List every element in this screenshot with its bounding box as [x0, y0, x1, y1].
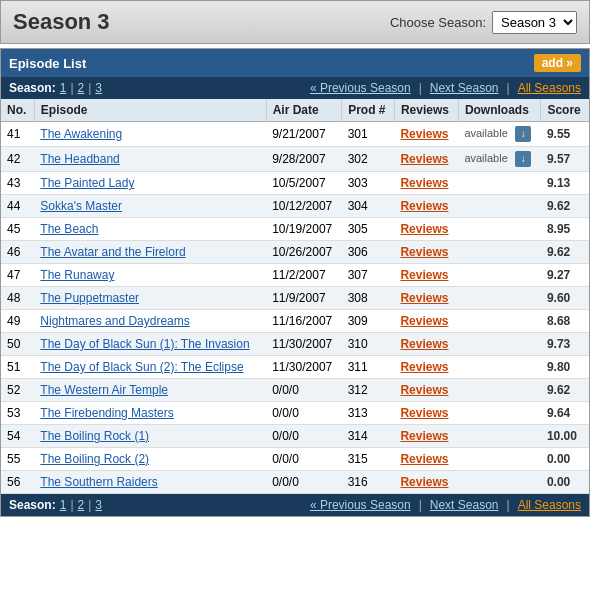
cell-reviews: Reviews: [394, 333, 458, 356]
season-link-3-top[interactable]: 3: [95, 81, 102, 95]
next-season-link-top[interactable]: Next Season: [430, 81, 499, 95]
episode-link[interactable]: The Avatar and the Firelord: [40, 245, 185, 259]
cell-score: 8.95: [541, 218, 589, 241]
cell-title: The Puppetmaster: [34, 287, 266, 310]
reviews-link[interactable]: Reviews: [400, 199, 448, 213]
table-row: 48 The Puppetmaster 11/9/2007 308 Review…: [1, 287, 589, 310]
cell-air-date: 11/30/2007: [266, 333, 342, 356]
episode-list-header: Episode List add »: [1, 49, 589, 77]
cell-prod: 314: [342, 425, 395, 448]
cell-downloads: [458, 241, 541, 264]
cell-air-date: 9/21/2007: [266, 122, 342, 147]
col-prod: Prod #: [342, 99, 395, 122]
reviews-link[interactable]: Reviews: [400, 360, 448, 374]
prev-season-link-bottom[interactable]: « Previous Season: [310, 498, 411, 512]
cell-downloads: [458, 356, 541, 379]
add-button[interactable]: add »: [534, 54, 581, 72]
cell-title: The Headband: [34, 147, 266, 172]
next-season-link-bottom[interactable]: Next Season: [430, 498, 499, 512]
reviews-link[interactable]: Reviews: [400, 475, 448, 489]
all-seasons-link-top[interactable]: All Seasons: [518, 81, 581, 95]
cell-score: 0.00: [541, 471, 589, 494]
cell-prod: 301: [342, 122, 395, 147]
cell-no: 48: [1, 287, 34, 310]
cell-title: The Day of Black Sun (1): The Invasion: [34, 333, 266, 356]
cell-title: The Firebending Masters: [34, 402, 266, 425]
episode-link[interactable]: The Day of Black Sun (1): The Invasion: [40, 337, 249, 351]
cell-no: 54: [1, 425, 34, 448]
cell-title: Nightmares and Daydreams: [34, 310, 266, 333]
cell-prod: 305: [342, 218, 395, 241]
reviews-link[interactable]: Reviews: [400, 152, 448, 166]
reviews-link[interactable]: Reviews: [400, 314, 448, 328]
cell-downloads: [458, 287, 541, 310]
season-link-2-bottom[interactable]: 2: [78, 498, 85, 512]
cell-no: 47: [1, 264, 34, 287]
reviews-link[interactable]: Reviews: [400, 452, 448, 466]
cell-air-date: 0/0/0: [266, 448, 342, 471]
table-row: 42 The Headband 9/28/2007 302 Reviews av…: [1, 147, 589, 172]
season-link-2-top[interactable]: 2: [78, 81, 85, 95]
reviews-link[interactable]: Reviews: [400, 245, 448, 259]
reviews-link[interactable]: Reviews: [400, 127, 448, 141]
episode-link[interactable]: The Awakening: [40, 127, 122, 141]
table-row: 43 The Painted Lady 10/5/2007 303 Review…: [1, 172, 589, 195]
table-row: 56 The Southern Raiders 0/0/0 316 Review…: [1, 471, 589, 494]
episode-link[interactable]: The Headband: [40, 152, 119, 166]
episode-link[interactable]: The Day of Black Sun (2): The Eclipse: [40, 360, 243, 374]
season-nav-right-bottom: « Previous Season | Next Season | All Se…: [310, 498, 581, 512]
episode-link[interactable]: The Runaway: [40, 268, 114, 282]
cell-no: 45: [1, 218, 34, 241]
cell-score: 8.68: [541, 310, 589, 333]
episode-list-container: Episode List add » Season: 1 | 2 | 3 « P…: [0, 48, 590, 517]
reviews-link[interactable]: Reviews: [400, 383, 448, 397]
download-icon[interactable]: ↓: [515, 126, 531, 142]
episode-link[interactable]: The Southern Raiders: [40, 475, 157, 489]
cell-score: 0.00: [541, 448, 589, 471]
table-row: 52 The Western Air Temple 0/0/0 312 Revi…: [1, 379, 589, 402]
reviews-link[interactable]: Reviews: [400, 176, 448, 190]
season-select[interactable]: Season 1 Season 2 Season 3 Season 4: [492, 11, 577, 34]
col-air-date: Air Date: [266, 99, 342, 122]
cell-downloads: [458, 310, 541, 333]
cell-downloads: [458, 218, 541, 241]
cell-score: 9.62: [541, 195, 589, 218]
episode-link[interactable]: The Boiling Rock (2): [40, 452, 149, 466]
season-nav-left-top: Season: 1 | 2 | 3: [9, 81, 102, 95]
episodes-table: No. Episode Air Date Prod # Reviews Down…: [1, 99, 589, 494]
table-row: 53 The Firebending Masters 0/0/0 313 Rev…: [1, 402, 589, 425]
episode-link[interactable]: Nightmares and Daydreams: [40, 314, 189, 328]
episode-link[interactable]: The Firebending Masters: [40, 406, 173, 420]
season-link-1-bottom[interactable]: 1: [60, 498, 67, 512]
reviews-link[interactable]: Reviews: [400, 406, 448, 420]
cell-no: 46: [1, 241, 34, 264]
download-icon[interactable]: ↓: [515, 151, 531, 167]
episode-link[interactable]: The Boiling Rock (1): [40, 429, 149, 443]
cell-reviews: Reviews: [394, 425, 458, 448]
cell-downloads: [458, 333, 541, 356]
episode-link[interactable]: Sokka's Master: [40, 199, 122, 213]
table-row: 55 The Boiling Rock (2) 0/0/0 315 Review…: [1, 448, 589, 471]
cell-no: 51: [1, 356, 34, 379]
cell-air-date: 0/0/0: [266, 471, 342, 494]
episode-link[interactable]: The Puppetmaster: [40, 291, 139, 305]
reviews-link[interactable]: Reviews: [400, 268, 448, 282]
table-row: 51 The Day of Black Sun (2): The Eclipse…: [1, 356, 589, 379]
season-link-1-top[interactable]: 1: [60, 81, 67, 95]
season-nav-top: Season: 1 | 2 | 3 « Previous Season | Ne…: [1, 77, 589, 99]
episode-link[interactable]: The Painted Lady: [40, 176, 134, 190]
cell-prod: 304: [342, 195, 395, 218]
season-link-3-bottom[interactable]: 3: [95, 498, 102, 512]
page-header: Season 3 Choose Season: Season 1 Season …: [0, 0, 590, 44]
episode-link[interactable]: The Western Air Temple: [40, 383, 168, 397]
cell-no: 43: [1, 172, 34, 195]
all-seasons-link-bottom[interactable]: All Seasons: [518, 498, 581, 512]
prev-season-link-top[interactable]: « Previous Season: [310, 81, 411, 95]
reviews-link[interactable]: Reviews: [400, 222, 448, 236]
cell-reviews: Reviews: [394, 310, 458, 333]
reviews-link[interactable]: Reviews: [400, 291, 448, 305]
episode-link[interactable]: The Beach: [40, 222, 98, 236]
col-reviews: Reviews: [394, 99, 458, 122]
reviews-link[interactable]: Reviews: [400, 337, 448, 351]
reviews-link[interactable]: Reviews: [400, 429, 448, 443]
